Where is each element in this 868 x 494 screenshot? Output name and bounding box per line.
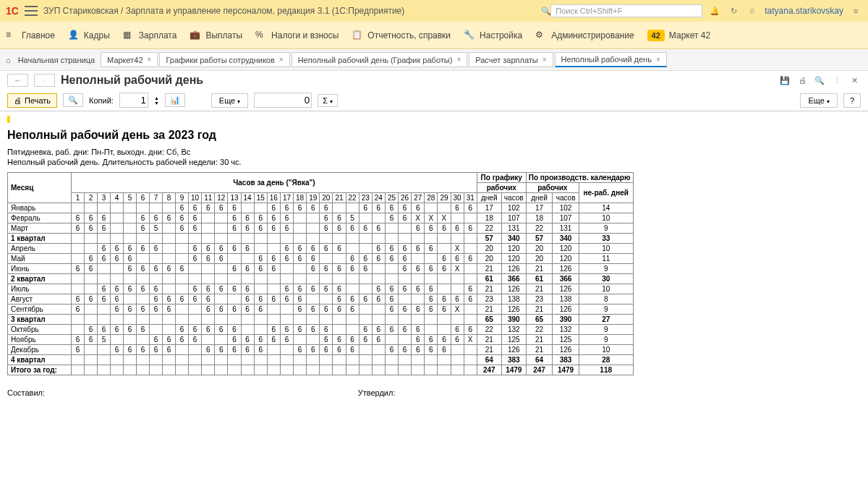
bell-icon[interactable]: 🔔 (708, 4, 721, 17)
star-icon[interactable]: ☆ (746, 4, 759, 17)
tab-close-icon[interactable]: × (456, 56, 461, 64)
tab-2[interactable]: Неполный рабочий день (График работы)× (292, 52, 468, 67)
more-right-button[interactable]: Еще ▾ (800, 93, 837, 108)
table-row: Ноябрь665666666666666666666X21125211259 (8, 335, 634, 345)
compiled-by-label: Составил: (7, 388, 358, 397)
tab-close-icon[interactable]: × (148, 56, 152, 64)
home-icon[interactable]: ⌂ (6, 56, 11, 64)
report-title: Неполный рабочий день за 2023 год (7, 129, 634, 142)
table-row: 3 квартал653906539027 (8, 315, 634, 325)
nav-icon-5: 📋 (352, 30, 363, 41)
nav-item-1[interactable]: 👤Кадры (68, 30, 110, 41)
close-icon[interactable]: ✕ (848, 74, 861, 87)
table-row: Июль666666666666666666666211262112610 (8, 284, 634, 294)
page-title: Неполный рабочий день (61, 74, 203, 87)
nav-icon-6: 🔧 (464, 30, 475, 41)
table-row: Февраль666666666666666566XXX181071810710 (8, 213, 634, 223)
copies-input[interactable] (119, 93, 148, 108)
nav-icon-4: % (255, 30, 267, 41)
table-row: 2 квартал613666136630 (8, 274, 634, 284)
settings-icon[interactable]: ≡ (849, 4, 862, 17)
copies-label: Копий: (89, 96, 114, 105)
print-button[interactable]: 🖨 Печать (7, 93, 57, 108)
printer-icon: 🖨 (14, 96, 22, 105)
help-button[interactable]: ? (843, 93, 861, 108)
nav-item-8[interactable]: 42Маркет 42 (647, 30, 711, 41)
table-row: Декабрь666666666666666666666211262112610 (8, 345, 634, 355)
table-row: 1 квартал573405734033 (8, 234, 634, 244)
nav-item-6[interactable]: 🔧Настройка (464, 30, 522, 41)
tab-0[interactable]: Маркет42× (101, 52, 158, 67)
more-button[interactable]: Еще ▾ (211, 93, 248, 108)
table-row: Апрель66666666666666666666X201202012010 (8, 244, 634, 254)
nav-item-5[interactable]: 📋Отчетность, справки (352, 30, 451, 41)
step-down-icon[interactable]: ▼ (154, 101, 159, 106)
nav-item-7[interactable]: ⚙Администрирование (535, 30, 634, 41)
search-input[interactable]: 🔍 Поиск Ctrl+Shift+F (550, 4, 702, 17)
menu-icon[interactable] (25, 6, 38, 16)
app-title: ЗУП Стариковская / Зарплата и управление… (43, 6, 545, 16)
table-row: Итого за год:24714792471479118 (8, 365, 634, 375)
tab-close-icon[interactable]: × (279, 56, 284, 64)
table-row: Август6666666666666666666666623138231388 (8, 294, 634, 305)
nav-icon-2: ▦ (123, 30, 135, 41)
nav-item-4[interactable]: %Налоги и взносы (255, 30, 339, 41)
nav-icon-1: 👤 (68, 30, 80, 41)
app-logo-icon: 1C (6, 5, 19, 17)
forward-button[interactable]: → (34, 74, 55, 87)
report-line2: Неполный рабочий день. Длительность рабо… (7, 158, 634, 166)
save-icon[interactable]: 💾 (778, 74, 791, 87)
tab-3[interactable]: Расчет зарплаты× (469, 52, 553, 67)
nav-item-0[interactable]: ≡Главное (6, 30, 55, 41)
find-icon[interactable]: 🔍 (813, 74, 826, 87)
table-row: 4 квартал643836438328 (8, 355, 634, 365)
tab-4[interactable]: Неполный рабочий день× (555, 52, 667, 67)
nav-icon-7: ⚙ (535, 30, 547, 41)
kebab-icon[interactable]: ⋮ (830, 74, 843, 87)
tab-close-icon[interactable]: × (656, 56, 660, 64)
tab-close-icon[interactable]: × (542, 56, 547, 64)
calendar-table: Месяц Часов за день ("Явка") По графику … (7, 172, 634, 375)
sigma-button[interactable]: Σ ▾ (318, 94, 338, 107)
market-badge: 42 (647, 30, 665, 41)
username-link[interactable]: tatyana.starikovskay (765, 6, 843, 16)
step-up-icon[interactable]: ▲ (154, 95, 159, 101)
table-row: Май66666666666666666666201202012011 (8, 254, 634, 264)
table-row: Октябрь666666666666666666666622132221329 (8, 325, 634, 335)
preview-button[interactable]: 🔍 (63, 93, 83, 107)
edit-button[interactable]: 📊 (165, 93, 185, 107)
nav-item-3[interactable]: 💼Выплаты (190, 30, 242, 41)
number-input[interactable] (254, 93, 312, 108)
approved-by-label: Утвердил: (358, 388, 634, 397)
back-button[interactable]: ← (7, 74, 28, 87)
report-line1: Пятидневка, раб. дни: Пн-Пт, выходн. дни… (7, 148, 634, 156)
table-row: Июнь66666666666666666666X21126211269 (8, 264, 634, 274)
table-row: Март666656666666666666666622131221319 (8, 223, 634, 234)
print-icon[interactable]: 🖨 (796, 74, 809, 87)
table-row: Сентябрь666666666666666666666X2112621126… (8, 305, 634, 315)
table-row: Январь66666666666666666171021710214 (8, 203, 634, 213)
start-page-link[interactable]: Начальная страница (14, 54, 99, 67)
nav-item-2[interactable]: ▦Зарплата (123, 30, 177, 41)
nav-icon-0: ≡ (6, 30, 17, 41)
nav-icon-3: 💼 (190, 30, 201, 41)
history-icon[interactable]: ↻ (727, 4, 740, 17)
tab-1[interactable]: Графики работы сотрудников× (159, 52, 289, 67)
